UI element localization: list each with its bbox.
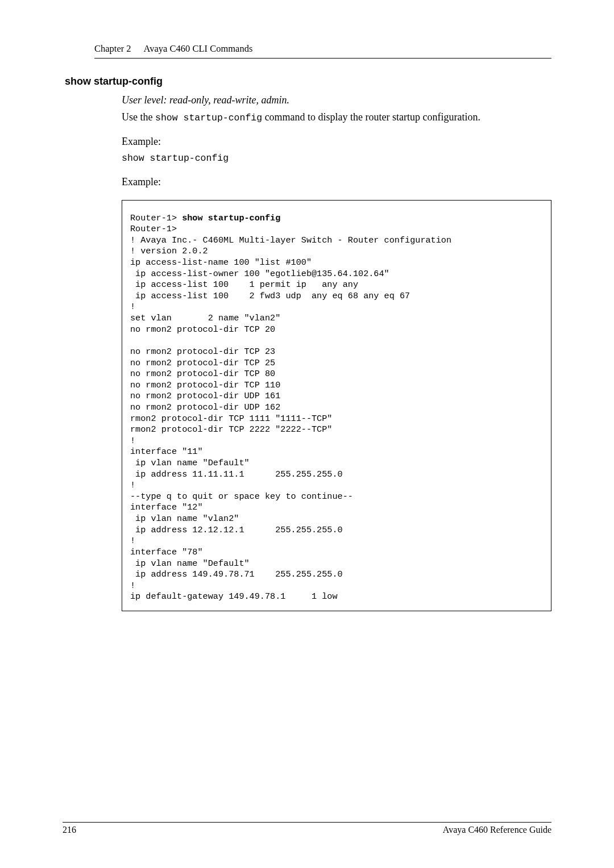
cli-prompt: Router-1> <box>130 213 182 223</box>
example1-label: Example: <box>122 135 551 149</box>
chapter-title: Avaya C460 CLI Commands <box>144 43 253 55</box>
usage-pre: Use the <box>122 111 155 123</box>
doc-title: Avaya C460 Reference Guide <box>443 825 551 835</box>
cli-output-box: Router-1> show startup-config Router-1> … <box>122 200 551 611</box>
section-heading: show startup-config <box>65 76 551 87</box>
usage-command: show startup-config <box>155 112 262 123</box>
cli-command: show startup-config <box>182 213 280 223</box>
chapter-label: Chapter 2 <box>94 43 131 55</box>
cli-body: Router-1> ! Avaya Inc.- C460ML Multi-lay… <box>130 224 451 602</box>
user-level-text: User level: read-only, read-write, admin… <box>122 94 289 106</box>
usage-paragraph: Use the show startup-config command to d… <box>122 110 551 125</box>
page-number: 216 <box>63 825 76 835</box>
chapter-header: Chapter 2 Avaya C460 CLI Commands <box>94 43 551 55</box>
page-footer: 216 Avaya C460 Reference Guide <box>63 822 551 835</box>
example1-command: show startup-config <box>122 152 551 165</box>
usage-post: command to display the router startup co… <box>262 111 480 123</box>
example2-label: Example: <box>122 175 551 190</box>
user-level-line: User level: read-only, read-write, admin… <box>122 93 551 108</box>
header-rule <box>94 58 551 59</box>
